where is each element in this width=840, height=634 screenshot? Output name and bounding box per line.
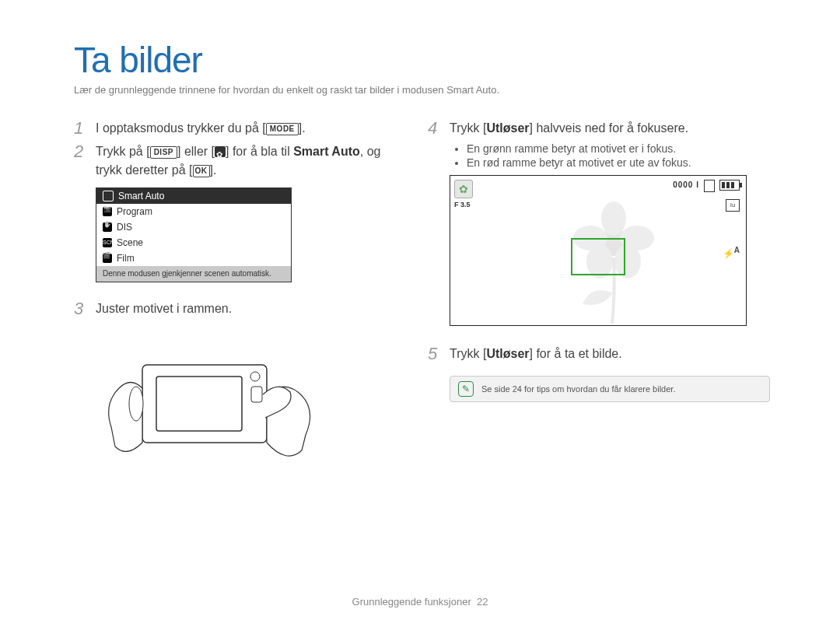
step-4: 4 Trykk [Utløser] halvveis ned for å fok… [428, 119, 770, 138]
step-number: 3 [74, 299, 88, 318]
svg-point-4 [129, 387, 143, 421]
page-footer: Grunnleggende funksjoner 22 [74, 596, 766, 608]
mode-menu-item: Film [96, 250, 291, 266]
memory-card-icon [704, 180, 715, 192]
mode-menu-item: Program [96, 204, 291, 219]
aperture-value: F 3.5 [454, 201, 471, 208]
program-icon [103, 207, 112, 216]
step-2: 2 Trykk på [DISP] eller [] for å bla til… [74, 142, 381, 180]
note-icon: ✎ [458, 381, 474, 397]
right-column: 4 Trykk [Utløser] halvveis ned for å fok… [428, 119, 770, 489]
two-column-layout: 1 I opptaksmodus trykker du på [MODE]. 2… [74, 119, 770, 489]
svg-point-6 [601, 201, 626, 236]
step-text: Trykk [Utløser] halvveis ned for å fokus… [450, 119, 688, 138]
left-column: 1 I opptaksmodus trykker du på [MODE]. 2… [74, 119, 381, 489]
focus-frame [571, 238, 625, 275]
step-1: 1 I opptaksmodus trykker du på [MODE]. [74, 119, 381, 138]
step-4-bullets: En grønn ramme betyr at motivet er i fok… [467, 142, 770, 169]
resolution-indicator: Iu [726, 199, 740, 212]
mode-button-label: MODE [266, 123, 299, 135]
mode-menu-description: Denne modusen gjenkjenner scenen automat… [96, 266, 291, 282]
step-text: Trykk [Utløser] for å ta et bilde. [450, 345, 622, 363]
step-number: 5 [428, 345, 442, 363]
ok-button-label: OK [193, 165, 210, 177]
step-number: 4 [428, 119, 442, 138]
smart-auto-icon [103, 191, 114, 201]
disp-button-label: DISP [150, 146, 177, 159]
film-icon [103, 254, 112, 263]
camera-lcd-preview: ✿ F 3.5 0000 I Iu ⚡A [450, 175, 747, 326]
manual-page: Ta bilder Lær de grunnleggende trinnene … [0, 0, 840, 634]
tip-text: Se side 24 for tips om hvordan du får kl… [481, 384, 675, 394]
step-text: Trykk på [DISP] eller [] for å bla til S… [96, 142, 381, 180]
step-text: Juster motivet i rammen. [96, 299, 232, 318]
mode-menu-item: SCNScene [96, 235, 291, 250]
shot-counter: 0000 I [673, 180, 699, 189]
flash-auto-indicator: ⚡A [723, 246, 740, 259]
step-3: 3 Juster motivet i rammen. [74, 299, 381, 318]
step-5: 5 Trykk [Utløser] for å ta et bilde. [428, 345, 770, 363]
svg-rect-3 [251, 387, 262, 402]
mode-menu-selected: Smart Auto [96, 188, 291, 204]
svg-rect-1 [156, 377, 242, 431]
dis-icon [103, 222, 112, 232]
step-number: 2 [74, 142, 88, 180]
bullet-green-frame: En grønn ramme betyr at motivet er i fok… [467, 142, 770, 155]
hands-holding-camera-illustration [96, 334, 321, 485]
step-number: 1 [74, 119, 88, 138]
svg-point-2 [250, 372, 260, 381]
tip-box: ✎ Se side 24 for tips om hvordan du får … [450, 376, 770, 402]
mode-menu-item: DIS [96, 219, 291, 235]
bullet-red-frame: En rød ramme betyr at motivet er ute av … [467, 156, 770, 169]
page-subtitle: Lær de grunnleggende trinnene for hvorda… [74, 84, 770, 96]
step-text: I opptaksmodus trykker du på [MODE]. [96, 119, 306, 138]
macro-icon [215, 146, 226, 157]
page-title: Ta bilder [74, 39, 770, 81]
scene-icon: SCN [103, 238, 112, 247]
mode-menu-illustration: Smart Auto Program DIS SCNScene Film Den… [96, 187, 292, 282]
smart-auto-indicator-icon: ✿ [454, 180, 473, 198]
battery-icon [719, 180, 740, 191]
